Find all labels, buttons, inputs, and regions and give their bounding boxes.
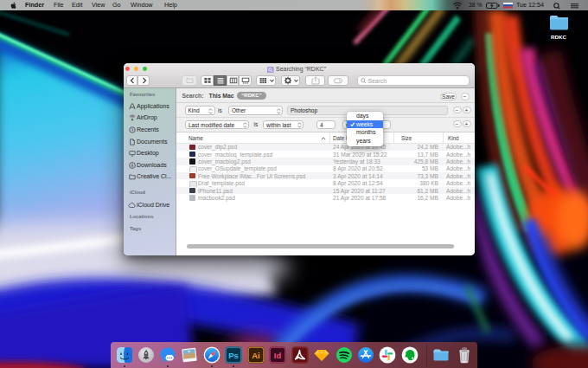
svg-text:Ai: Ai [252,351,260,360]
svg-text:Ps: Ps [228,351,239,360]
svg-text:Id: Id [274,351,282,360]
